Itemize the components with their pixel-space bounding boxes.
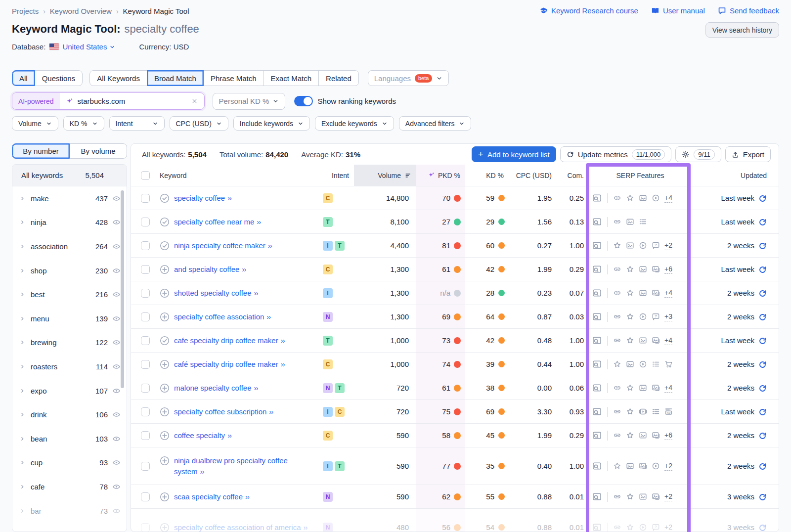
- row-checkbox[interactable]: [141, 431, 150, 440]
- group-item-expo[interactable]: expo 107: [12, 379, 127, 403]
- serp-preview-icon[interactable]: [592, 336, 602, 345]
- in-list-button[interactable]: [160, 241, 170, 251]
- group-item-brewing[interactable]: brewing 122: [12, 331, 127, 355]
- search-input[interactable]: starbucks.com: [60, 93, 204, 109]
- keyword-link[interactable]: coffee specialty››: [174, 430, 231, 441]
- send-feedback-link[interactable]: Send feedback: [718, 6, 779, 15]
- refresh-blue-icon[interactable]: [758, 432, 767, 440]
- col-cpc[interactable]: CPC (USD): [507, 165, 554, 186]
- keyword-link[interactable]: specialty coffee near me››: [174, 217, 261, 227]
- refresh-keyword-button[interactable]: [758, 336, 767, 345]
- col-keyword[interactable]: Keyword: [160, 165, 323, 186]
- add-to-list-button[interactable]: [160, 407, 170, 417]
- in-list-button[interactable]: [160, 217, 170, 227]
- refresh-blue-icon[interactable]: [758, 194, 767, 203]
- keyword-link[interactable]: scaa specialty coffee››: [174, 491, 249, 502]
- all-keywords-group[interactable]: All keywords 5,504: [12, 165, 127, 186]
- refresh-keyword-button[interactable]: [758, 383, 767, 393]
- languages-dropdown[interactable]: Languagesbeta: [368, 70, 449, 86]
- sidebar-scrollbar[interactable]: [121, 190, 124, 388]
- eye-icon[interactable]: [112, 338, 121, 347]
- plus-circle-icon[interactable]: [160, 456, 170, 466]
- group-item-roasters[interactable]: roasters 114: [12, 355, 127, 379]
- view-search-history-button[interactable]: View search history: [705, 22, 779, 38]
- eye-icon[interactable]: [112, 266, 121, 275]
- eye-icon[interactable]: [112, 194, 121, 203]
- eye-icon[interactable]: [112, 483, 121, 491]
- sidebar-tab-by-number[interactable]: By number: [12, 143, 70, 159]
- breadcrumb-item[interactable]: Keyword Overview: [50, 7, 112, 15]
- database-select[interactable]: United States: [62, 43, 115, 51]
- refresh-keyword-button[interactable]: [758, 359, 767, 369]
- group-item-association[interactable]: association 264: [12, 234, 127, 259]
- row-checkbox[interactable]: [141, 523, 150, 532]
- tab-related[interactable]: Related: [318, 70, 359, 86]
- serp-preview-icon[interactable]: [592, 241, 602, 250]
- eye-icon[interactable]: [112, 242, 121, 251]
- in-list-button[interactable]: [160, 336, 170, 346]
- eye-icon[interactable]: [112, 218, 121, 226]
- refresh-blue-icon[interactable]: [758, 289, 767, 298]
- col-pkd[interactable]: PKD %: [416, 165, 465, 186]
- row-checkbox[interactable]: [141, 407, 150, 416]
- filter-include-keywords[interactable]: Include keywords: [233, 116, 310, 131]
- keyword-link[interactable]: and specialty coffee››: [174, 264, 246, 275]
- refresh-blue-icon[interactable]: [758, 408, 767, 416]
- row-checkbox[interactable]: [141, 289, 150, 298]
- serp-preview-icon[interactable]: [592, 312, 602, 321]
- plus-circle-icon[interactable]: [160, 407, 170, 417]
- update-metrics-button[interactable]: Update metrics11/1,000: [560, 146, 672, 162]
- refresh-blue-icon[interactable]: [758, 242, 767, 250]
- row-checkbox[interactable]: [141, 241, 150, 250]
- refresh-keyword-button[interactable]: [758, 217, 767, 226]
- eye-icon[interactable]: [112, 458, 121, 467]
- group-item-bar[interactable]: bar 73: [12, 499, 127, 523]
- col-volume[interactable]: Volume: [354, 165, 416, 186]
- clear-icon[interactable]: [191, 97, 198, 105]
- refresh-blue-icon[interactable]: [758, 218, 767, 226]
- row-checkbox[interactable]: [141, 312, 150, 321]
- export-button[interactable]: Export: [725, 146, 771, 162]
- plus-circle-icon[interactable]: [160, 312, 170, 322]
- serp-preview-icon[interactable]: [592, 217, 602, 226]
- group-item-best[interactable]: best 216: [12, 282, 127, 307]
- refresh-keyword-button[interactable]: [758, 523, 767, 532]
- chevron-right-icon[interactable]: [19, 459, 26, 466]
- keyword-link[interactable]: malone specialty coffee››: [174, 383, 258, 394]
- keyword-link[interactable]: specialty coffee subscription››: [174, 406, 273, 417]
- personal-kd-select[interactable]: Personal KD %: [213, 93, 285, 110]
- refresh-keyword-button[interactable]: [758, 492, 767, 501]
- serp-preview-icon[interactable]: [592, 359, 602, 369]
- refresh-keyword-button[interactable]: [758, 461, 767, 471]
- row-checkbox[interactable]: [141, 218, 150, 226]
- refresh-blue-icon[interactable]: [758, 462, 767, 471]
- keyword-link[interactable]: cafe specialty drip coffee maker››: [174, 335, 285, 346]
- plus-circle-icon[interactable]: [160, 523, 170, 532]
- check-circle-icon[interactable]: [160, 217, 170, 227]
- refresh-keyword-button[interactable]: [758, 407, 767, 416]
- col-com[interactable]: Com.: [554, 165, 586, 186]
- tab-all[interactable]: All: [12, 70, 35, 86]
- eye-icon[interactable]: [112, 507, 121, 515]
- group-item-bean[interactable]: bean 103: [12, 427, 127, 451]
- refresh-blue-icon[interactable]: [758, 493, 767, 501]
- refresh-keyword-button[interactable]: [758, 193, 767, 203]
- eye-icon[interactable]: [112, 410, 121, 419]
- plus-circle-icon[interactable]: [160, 431, 170, 441]
- col-updated[interactable]: Updated: [695, 165, 779, 186]
- keyword-link[interactable]: specialty coffee association of america›…: [174, 522, 308, 532]
- serp-preview-icon[interactable]: [592, 193, 602, 203]
- select-all-checkbox[interactable]: [141, 171, 150, 180]
- refresh-keyword-button[interactable]: [758, 265, 767, 274]
- eye-icon[interactable]: [112, 387, 121, 395]
- chevron-right-icon[interactable]: [19, 315, 26, 322]
- add-to-list-button[interactable]: [160, 456, 170, 466]
- chevron-right-icon[interactable]: [19, 267, 26, 274]
- serp-preview-icon[interactable]: [592, 407, 602, 416]
- keyword-research-course-link[interactable]: Keyword Research course: [539, 6, 638, 15]
- add-to-list-button[interactable]: [160, 523, 170, 532]
- group-item-make[interactable]: make 437: [12, 186, 127, 211]
- serp-preview-icon[interactable]: [592, 265, 602, 274]
- plus-circle-icon[interactable]: [160, 383, 170, 393]
- keyword-link[interactable]: specialty coffee association››: [174, 311, 270, 322]
